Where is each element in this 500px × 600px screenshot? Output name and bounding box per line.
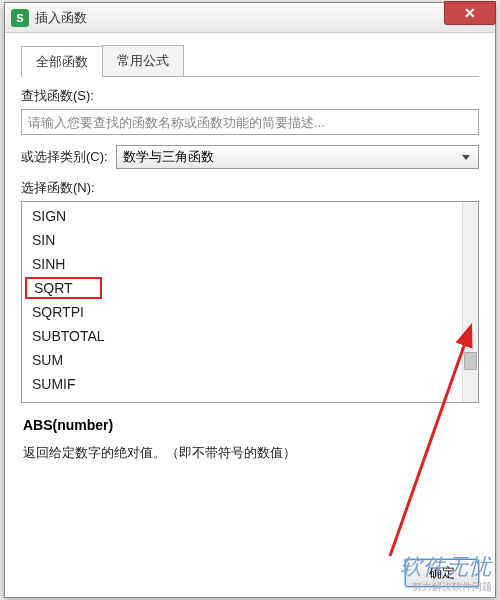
search-label: 查找函数(S): [21,87,479,105]
insert-function-dialog: S 插入函数 ✕ 全部函数 常用公式 查找函数(S): 或选择类别(C): 数学… [4,2,496,598]
category-select[interactable]: 数学与三角函数 [116,145,479,169]
category-row: 或选择类别(C): 数学与三角函数 [21,145,479,169]
search-input[interactable] [21,109,479,135]
scrollbar[interactable] [462,202,478,402]
tab-common-formulas[interactable]: 常用公式 [102,45,184,76]
list-item[interactable]: SIN [22,228,462,252]
window-title: 插入函数 [35,9,87,27]
function-signature: ABS(number) [23,417,477,433]
scroll-thumb[interactable] [464,352,477,370]
list-item[interactable]: SINH [22,252,462,276]
list-item[interactable]: SIGN [22,204,462,228]
list-item[interactable]: SQRTPI [22,300,462,324]
dialog-body: 全部函数 常用公式 查找函数(S): 或选择类别(C): 数学与三角函数 选择函… [5,33,495,551]
description-area: ABS(number) 返回给定数字的绝对值。（即不带符号的数值） [21,411,479,541]
dialog-footer: 确定 [405,559,479,587]
close-button[interactable]: ✕ [444,1,496,25]
list-item[interactable]: SUMIF [22,372,462,396]
tab-all-functions[interactable]: 全部函数 [21,46,103,77]
category-label: 或选择类别(C): [21,148,108,166]
tab-bar: 全部函数 常用公式 [21,45,479,77]
highlighted-item: SQRT [26,278,101,298]
category-selected-value: 数学与三角函数 [123,148,214,166]
close-icon: ✕ [464,5,476,21]
titlebar: S 插入函数 ✕ [5,3,495,33]
list-item[interactable]: SUBTOTAL [22,324,462,348]
list-item[interactable]: SUM [22,348,462,372]
function-description: 返回给定数字的绝对值。（即不带符号的数值） [23,443,477,464]
ok-button[interactable]: 确定 [405,559,479,587]
list-item[interactable]: SQRT [22,276,462,300]
function-listbox[interactable]: SIGNSINSINHSQRTSQRTPISUBTOTALSUMSUMIF [21,201,479,403]
function-list-label: 选择函数(N): [21,179,479,197]
app-icon: S [11,9,29,27]
